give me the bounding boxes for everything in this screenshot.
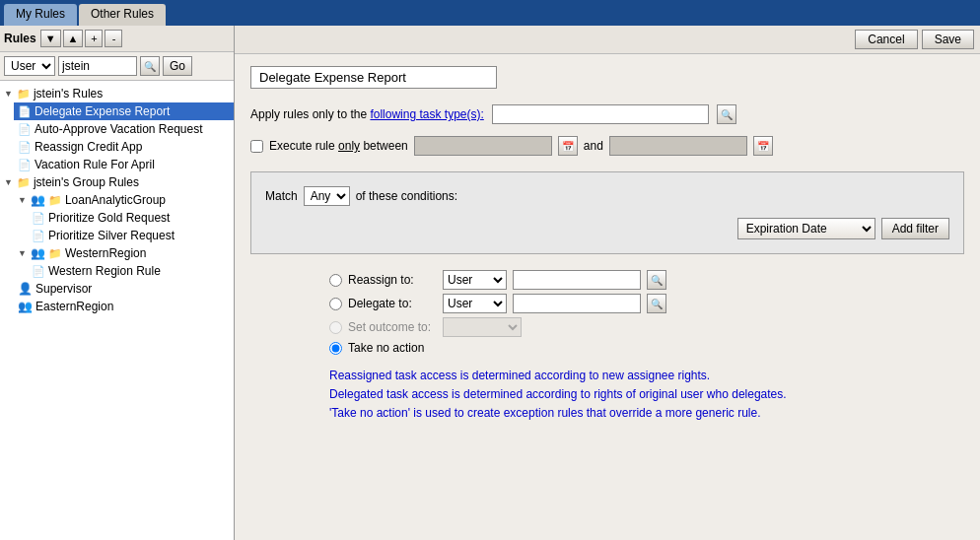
tree-subgroup-eastern[interactable]: 👥 EasternRegion [14, 298, 234, 315]
task-type-label: Apply rules only to the following task t… [250, 107, 484, 121]
delegate-lookup-btn[interactable]: 🔍 [647, 294, 666, 313]
tree-item-label: Delegate Expense Report [35, 104, 170, 118]
rules-add-btn[interactable]: + [85, 30, 103, 47]
rules-label: Rules [4, 32, 36, 45]
tree-group-jstein-rules[interactable]: ▼ 📁 jstein's Rules [0, 85, 234, 102]
doc-icon: 📄 [18, 159, 32, 171]
delegate-radio[interactable] [329, 298, 342, 310]
set-outcome-radio[interactable] [329, 321, 342, 334]
delegate-value-input[interactable] [513, 294, 641, 313]
start-date-picker-btn[interactable]: 📅 [558, 136, 578, 156]
tab-other-rules[interactable]: Other Rules [79, 4, 166, 26]
group-icon: 👥 [18, 300, 33, 313]
group-icon: 👥 [31, 193, 45, 207]
rules-dropdown-btn[interactable]: ▼ [40, 30, 61, 47]
tab-my-rules[interactable]: My Rules [4, 4, 77, 26]
tree-item-label: Reassign Credit App [35, 140, 142, 154]
end-date-input[interactable] [609, 136, 747, 156]
doc-icon: 📄 [18, 123, 32, 136]
doc-icon: 📄 [18, 141, 32, 154]
set-outcome-row: Set outcome to: [329, 317, 522, 337]
task-type-input[interactable] [492, 104, 709, 124]
info-line-2: Delegated task access is determined acco… [329, 385, 964, 404]
tree-subgroup-western[interactable]: ▼ 👥 📁 WesternRegion [14, 244, 234, 262]
tree-subgroup-supervisor[interactable]: 👤 Supervisor [14, 280, 234, 298]
doc-icon: 📄 [32, 230, 45, 242]
folder-icon: 📁 [48, 194, 62, 207]
tree-item-prioritize-gold[interactable]: 📄 Prioritize Gold Request [28, 209, 234, 227]
set-outcome-label: Set outcome to: [348, 320, 437, 334]
rules-tree: ▼ 📁 jstein's Rules 📄 Delegate Expense Re… [0, 81, 234, 540]
reassign-lookup-btn[interactable]: 🔍 [647, 270, 666, 290]
take-no-action-radio[interactable] [329, 342, 342, 355]
save-button[interactable]: Save [922, 30, 974, 49]
info-line-3: 'Take no action' is used to create excep… [329, 404, 964, 423]
expand-icon: ▼ [4, 89, 13, 99]
tree-item-label: Prioritize Silver Request [48, 229, 175, 242]
match-label: Match [265, 189, 298, 203]
tree-item-label: Prioritize Gold Request [48, 211, 170, 225]
group-label: jstein's Group Rules [34, 175, 139, 189]
expand-icon: ▼ [18, 195, 27, 205]
tree-item-label: Western Region Rule [48, 264, 161, 278]
action-section: Reassign to: User Role Group 🔍 Delegate … [250, 270, 964, 355]
end-date-picker-btn[interactable]: 📅 [753, 136, 773, 156]
cancel-button[interactable]: Cancel [855, 30, 917, 49]
tree-item-reassign-credit[interactable]: 📄 Reassign Credit App [14, 138, 234, 156]
reassign-value-input[interactable] [513, 270, 641, 290]
rule-title: Delegate Expense Report [250, 66, 497, 89]
tree-item-label: Vacation Rule For April [35, 158, 155, 171]
execute-rule-label: Execute rule only between [269, 139, 408, 153]
task-type-lookup-btn[interactable]: 🔍 [717, 104, 736, 124]
conditions-of-text: of these conditions: [356, 189, 457, 203]
add-filter-button[interactable]: Add filter [881, 218, 949, 239]
reassign-label: Reassign to: [348, 273, 437, 287]
person-icon: 👤 [18, 282, 33, 296]
tree-item-western-rule[interactable]: 📄 Western Region Rule [28, 262, 234, 280]
expand-icon: ▼ [18, 248, 27, 258]
info-text: Reassigned task access is determined acc… [250, 367, 964, 424]
delegate-label: Delegate to: [348, 297, 437, 310]
tree-group-jstein-group-rules[interactable]: ▼ 📁 jstein's Group Rules [0, 173, 234, 191]
info-line-1: Reassigned task access is determined acc… [329, 367, 964, 385]
subgroup-label: EasternRegion [35, 300, 113, 313]
folder-icon: 📁 [17, 176, 31, 189]
tree-item-auto-approve[interactable]: 📄 Auto-Approve Vacation Request [14, 120, 234, 138]
start-date-input[interactable] [414, 136, 552, 156]
match-select[interactable]: Any All [304, 186, 350, 206]
subgroup-label: WesternRegion [65, 246, 147, 260]
execute-rule-checkbox[interactable] [250, 140, 263, 153]
group-icon: 👥 [31, 246, 45, 260]
tree-item-vacation-rule[interactable]: 📄 Vacation Rule For April [14, 156, 234, 173]
group-label: jstein's Rules [34, 87, 103, 101]
subgroup-label: LoanAnalyticGroup [65, 193, 166, 207]
tree-item-prioritize-silver[interactable]: 📄 Prioritize Silver Request [28, 227, 234, 244]
folder-icon: 📁 [48, 247, 62, 260]
username-input[interactable] [58, 56, 137, 76]
expand-icon: ▼ [4, 177, 13, 187]
search-user-btn[interactable]: 🔍 [140, 56, 160, 76]
doc-icon: 📄 [32, 265, 45, 278]
reassign-row: Reassign to: User Role Group 🔍 [329, 270, 666, 290]
go-button[interactable]: Go [163, 56, 192, 76]
take-no-action-label: Take no action [348, 341, 437, 355]
take-no-action-row: Take no action [329, 341, 437, 355]
user-type-select[interactable]: User [4, 56, 55, 76]
doc-icon: 📄 [18, 105, 32, 118]
set-outcome-select [443, 317, 522, 337]
tree-item-delegate-expense[interactable]: 📄 Delegate Expense Report [14, 102, 234, 120]
and-label: and [584, 139, 603, 153]
subgroup-label: Supervisor [35, 282, 92, 296]
rules-up-btn[interactable]: ▲ [63, 30, 84, 47]
reassign-radio[interactable] [329, 274, 342, 287]
folder-icon: 📁 [17, 88, 31, 101]
reassign-user-select[interactable]: User Role Group [443, 270, 507, 290]
filter-type-select[interactable]: Expiration Date Task Type Priority Statu… [737, 218, 875, 239]
tree-item-label: Auto-Approve Vacation Request [35, 122, 203, 136]
delegate-row: Delegate to: User Role Group 🔍 [329, 294, 666, 313]
rules-remove-btn[interactable]: - [105, 30, 122, 47]
tree-subgroup-loan[interactable]: ▼ 👥 📁 LoanAnalyticGroup [14, 191, 234, 209]
delegate-user-select[interactable]: User Role Group [443, 294, 507, 313]
conditions-box: Match Any All of these conditions: Expir… [250, 171, 964, 254]
doc-icon: 📄 [32, 212, 45, 225]
